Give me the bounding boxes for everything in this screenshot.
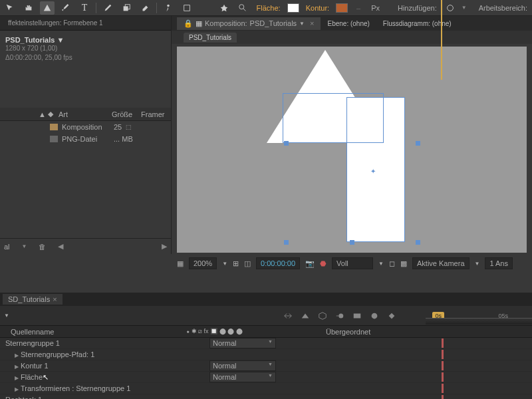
project-item-composition[interactable]: Komposition 25 ⬚ — [0, 121, 171, 133]
layer-pfad[interactable]: ▶Sternengruppe-Pfad: 1 — [0, 349, 532, 360]
blend-mode-dropdown[interactable]: Normal — [209, 338, 276, 348]
add-label: Hinzufügen: — [398, 4, 437, 12]
bottom-label: al — [4, 243, 10, 251]
motion-blur-icon[interactable] — [334, 310, 346, 322]
main-toolbar: T Fläche: Kontur: – Px Hinzufügen: ▼ Arb… — [0, 0, 532, 16]
col-art: Art — [59, 110, 112, 118]
pen-tool-icon[interactable] — [59, 1, 73, 15]
col-size: Größe — [112, 110, 141, 118]
transparency-icon[interactable]: ▩ — [400, 259, 407, 268]
grid-toggle-icon[interactable]: ▦ — [177, 259, 184, 268]
composition-area: 🔒 ▦ Komposition: PSD_Tutorials ▼ × Ebene… — [172, 16, 532, 293]
fill-swatch[interactable] — [287, 3, 299, 13]
handle[interactable] — [350, 240, 354, 245]
brainstorm-icon[interactable] — [368, 310, 380, 322]
svg-rect-1 — [124, 6, 128, 11]
resolution-dropdown[interactable]: Voll — [332, 257, 373, 269]
cube-icon[interactable] — [317, 310, 329, 322]
draft3d-icon[interactable] — [299, 310, 311, 322]
timeline-columns: Quellenname ⬥ ✱ ⧄ fx 🔲 ⬤ ⬤ ⬤ Übergeordne… — [0, 326, 532, 338]
add-dropdown-icon[interactable] — [443, 1, 458, 15]
text-tool-icon[interactable]: T — [77, 1, 92, 15]
graph-icon[interactable] — [351, 310, 363, 322]
workspace-label: Arbeitsbereich: — [479, 4, 527, 12]
view-dropdown[interactable]: 1 Ans — [485, 257, 513, 269]
inner-comp-tab[interactable]: PSD_Tutorials — [184, 33, 237, 43]
project-column-headers: ▲ ◆ Art Größe Framer — [0, 108, 171, 121]
trash-icon[interactable]: 🗑 — [39, 243, 46, 251]
handle[interactable] — [416, 240, 420, 245]
project-item-png[interactable]: PNG-Datei ... MB — [0, 133, 171, 145]
timeline-tab[interactable]: SD_Tutorials× — [3, 294, 63, 305]
selection-box — [283, 93, 384, 143]
svg-point-3 — [167, 4, 170, 7]
star-icon[interactable] — [217, 1, 231, 15]
close-icon[interactable]: × — [53, 295, 57, 303]
layer-tab[interactable]: Ebene: (ohne) — [321, 18, 376, 29]
timeline-panel: SD_Tutorials× ▼ 0s 05s Quellenname ⬥ ✱ ⧄… — [0, 293, 532, 399]
layer-rechteck[interactable]: Rechteck 1 — [0, 394, 532, 399]
cursor-icon: ↖ — [43, 373, 49, 381]
col-parent: Übergeordnet — [326, 328, 370, 336]
svg-rect-7 — [354, 313, 361, 318]
fill-label: Fläche: — [257, 4, 281, 12]
viewport-controls: ▦ 200% ▼ ⊞ ◫ 0:00:00:00 📷 ⬣ Voll ▼ ◻ ▩ A… — [172, 255, 532, 271]
mask-icon[interactable]: ◫ — [244, 259, 251, 268]
puppet-tool-icon[interactable] — [161, 1, 176, 15]
col-frames: Framer — [141, 110, 164, 118]
px-label: Px — [371, 4, 380, 12]
handle[interactable] — [284, 141, 289, 146]
flow-tab[interactable]: Flussdiagramm: (ohne) — [376, 18, 458, 29]
layer-transform[interactable]: ▶Transformieren : Sternengruppe 1 — [0, 383, 532, 394]
col-source: Quellenname — [0, 328, 186, 336]
stroke-swatch[interactable] — [336, 3, 348, 13]
close-tab-icon[interactable]: × — [310, 19, 314, 27]
camera-dropdown[interactable]: Aktive Kamera — [412, 257, 469, 269]
handle[interactable] — [284, 240, 289, 245]
eraser-tool-icon[interactable] — [138, 1, 152, 15]
hand-tool-icon[interactable] — [21, 1, 36, 15]
effect-settings-tab[interactable]: ffekteinstellungen: Formebene 1 — [3, 18, 108, 28]
auto-keyframe-icon[interactable] — [386, 310, 398, 322]
composition-viewport[interactable]: ✦ — [177, 47, 527, 253]
project-resolution: 1280 x 720 (1,00) — [5, 44, 166, 53]
project-title[interactable]: PSD_Tutorials ▼ — [5, 36, 166, 44]
timecode[interactable]: 0:00:00:00 — [256, 257, 300, 269]
brush-tool-icon[interactable] — [100, 1, 115, 15]
svg-marker-0 — [44, 4, 51, 11]
blend-mode-dropdown[interactable]: Normal — [209, 372, 276, 382]
selection-tool-icon[interactable] — [3, 1, 17, 15]
snapshot-icon[interactable]: 📷 — [305, 259, 315, 268]
project-duration: Δ0:00:20:00, 25,00 fps — [5, 53, 166, 63]
scroll-right-icon[interactable]: ▶ — [162, 242, 167, 251]
svg-point-4 — [239, 4, 243, 9]
blend-mode-dropdown[interactable]: Normal — [209, 360, 276, 371]
handle[interactable] — [416, 141, 420, 146]
svg-point-8 — [372, 313, 378, 319]
project-panel: ffekteinstellungen: Formebene 1 PSD_Tuto… — [0, 16, 172, 254]
composition-tab[interactable]: 🔒 ▦ Komposition: PSD_Tutorials ▼ × — [177, 17, 321, 30]
stroke-label: Kontur: — [306, 4, 329, 12]
shape-tool-icon[interactable] — [40, 1, 55, 15]
scroll-left-icon[interactable]: ◀ — [58, 242, 63, 251]
layer-sternengruppe[interactable]: Sternengruppe 1 Normal — [0, 338, 532, 349]
anchor-icon[interactable]: ✦ — [370, 168, 376, 175]
file-icon — [50, 136, 58, 142]
roto-tool-icon[interactable] — [180, 1, 194, 15]
search-icon[interactable] — [235, 1, 250, 15]
safe-zones-icon[interactable]: ⊞ — [233, 259, 239, 268]
layer-kontur[interactable]: ▶Kontur 1 Normal — [0, 360, 532, 372]
clone-tool-icon[interactable] — [119, 1, 134, 15]
svg-point-5 — [447, 5, 453, 11]
region-icon[interactable]: ◻ — [389, 259, 395, 268]
folder-icon — [50, 124, 58, 130]
lock-icon: 🔒 — [184, 19, 193, 28]
channel-icon[interactable]: ⬣ — [320, 259, 327, 268]
svg-point-6 — [338, 313, 343, 318]
zoom-dropdown[interactable]: 200% — [189, 257, 217, 269]
layer-flaeche[interactable]: ▶Fläche↖ Normal — [0, 372, 532, 383]
tl-icon-1[interactable] — [282, 310, 294, 322]
